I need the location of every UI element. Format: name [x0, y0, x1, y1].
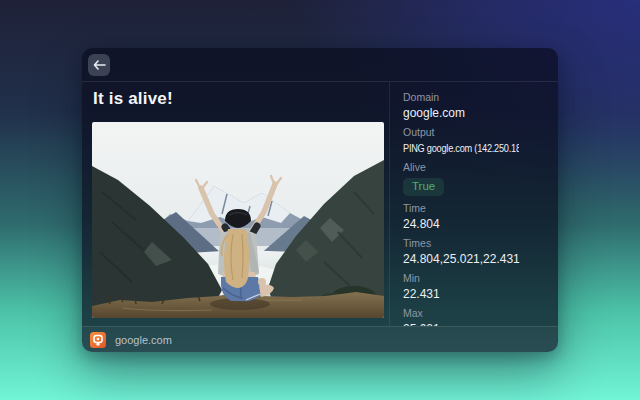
mountain-lake-photo-illustration: [92, 122, 384, 318]
detail-label: Alive: [403, 161, 548, 174]
detail-label: Max: [403, 307, 548, 320]
footer-site-name: google.com: [115, 333, 172, 347]
hero-photo: [92, 122, 384, 318]
card-footer: google.com: [82, 326, 558, 352]
detail-row: Max 25.021: [403, 307, 548, 327]
detail-row: Output PING google.com (142.250.185.14):…: [403, 126, 548, 156]
detail-row: Min 22.431: [403, 272, 548, 302]
card-body: It is alive!: [82, 82, 558, 326]
details-panel[interactable]: Domain google.com Output PING google.com…: [390, 82, 558, 326]
back-button[interactable]: [88, 54, 110, 76]
left-column: It is alive!: [82, 82, 390, 326]
orange-app-logo-icon: [90, 332, 106, 348]
detail-label: Output: [403, 126, 548, 139]
detail-label: Min: [403, 272, 548, 285]
card-header: [82, 48, 558, 82]
page-title: It is alive!: [93, 88, 383, 110]
detail-label: Times: [403, 237, 548, 250]
page-background: It is alive!: [0, 0, 640, 400]
detail-label: Time: [403, 202, 548, 215]
detail-value: 24.804: [403, 217, 548, 232]
detail-row: Times 24.804,25.021,22.431: [403, 237, 548, 267]
detail-row: Domain google.com: [403, 91, 548, 121]
detail-value: 24.804,25.021,22.431: [403, 252, 548, 267]
alive-status-badge: True: [403, 178, 444, 196]
detail-value: google.com: [403, 106, 548, 121]
detail-value: 22.431: [403, 287, 548, 302]
detail-value: PING google.com (142.250.185.14):...: [403, 141, 519, 156]
monitor-detail-card: It is alive!: [82, 48, 558, 352]
detail-row: Time 24.804: [403, 202, 548, 232]
detail-label: Domain: [403, 91, 548, 104]
detail-row: Alive True: [403, 161, 548, 197]
arrow-left-icon: [93, 60, 106, 70]
